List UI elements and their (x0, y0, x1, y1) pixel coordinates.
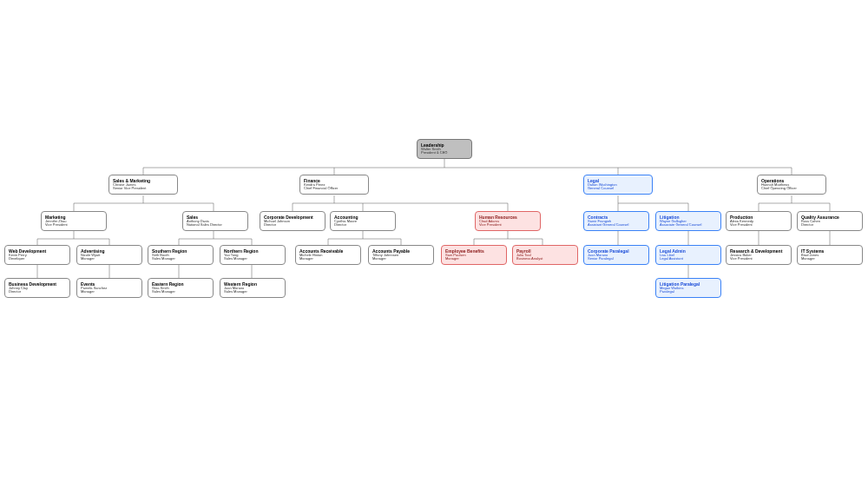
node-role: Sales Manager (152, 290, 209, 294)
node-role: Vice President (730, 257, 787, 261)
node-operations[interactable]: Operations Hannah Matthews Chief Operati… (757, 175, 826, 195)
node-role: Manager (81, 257, 138, 261)
node-role: Developer (9, 257, 66, 261)
node-employee-benefits[interactable]: Employee Benefits Sam Paulsen Manager (441, 245, 507, 265)
node-role: Sales Manager (224, 257, 281, 261)
node-finance[interactable]: Finance Kendra Perez Chief Financial Off… (299, 175, 369, 195)
node-role: Legal Assistant (660, 257, 717, 261)
node-production[interactable]: Production Alexa Kennedy Vice President (726, 211, 792, 231)
node-role: Associate General Counsel (660, 223, 717, 228)
node-role: Senior Paralegal (588, 257, 645, 261)
node-legal-admin[interactable]: Legal Admin Lisa Libel Legal Assistant (655, 245, 721, 265)
node-role: Senior Vice President (113, 187, 174, 191)
node-role: Director (801, 223, 858, 228)
node-research-development[interactable]: Research & Development Jessica Baker Vic… (726, 245, 792, 265)
node-role: General Counsel (588, 187, 648, 191)
node-quality-assurance[interactable]: Quality Assurance Russ Cohen Director (797, 211, 863, 231)
node-role: President & CEO (421, 151, 468, 155)
node-accounting[interactable]: Accounting Cynthia Moore Director (330, 211, 396, 231)
node-it-systems[interactable]: IT Systems Brad Jones Manager (797, 245, 863, 265)
node-business-development[interactable]: Business Development Johnny Clay Directo… (4, 278, 70, 298)
node-role: Vice President (730, 223, 787, 228)
node-role: Chief Financial Officer (304, 187, 365, 191)
node-events[interactable]: Events Pamela Sanchez Manager (76, 278, 142, 298)
node-accounts-payable[interactable]: Accounts Payable Tiffany Johnnsen Manage… (368, 245, 434, 265)
node-human-resources[interactable]: Human Resources Chad Adams Vice Presiden… (475, 211, 541, 231)
node-role: Business Analyst (516, 257, 574, 261)
node-role: Manager (372, 257, 430, 261)
node-litigation-paralegal[interactable]: Litigation Paralegal Megan Watkins Paral… (655, 278, 721, 298)
node-marketing[interactable]: Marketing Jennifer Zhau Vice President (41, 211, 107, 231)
node-role: Chief Operating Officer (761, 187, 822, 191)
node-western-region[interactable]: Western Region Juan Morano Sales Manager (220, 278, 286, 298)
node-corporate-development[interactable]: Corporate Development Michael Johnson Di… (260, 211, 326, 231)
node-web-development[interactable]: Web Development Kevin Perry Developer (4, 245, 70, 265)
node-role: National Sales Director (187, 223, 244, 228)
node-role: Director (334, 223, 391, 228)
node-legal[interactable]: Legal Dalton Washington General Counsel (583, 175, 653, 195)
node-role: Manager (81, 290, 138, 294)
node-role: Sales Manager (224, 290, 281, 294)
node-eastern-region[interactable]: Eastern Region Gina Smith Sales Manager (148, 278, 214, 298)
node-sales-marketing[interactable]: Sales & Marketing Christie James Senior … (108, 175, 178, 195)
node-sales[interactable]: Sales Anthony Davis National Sales Direc… (182, 211, 248, 231)
node-role: Manager (445, 257, 503, 261)
node-northern-region[interactable]: Northern Region Yao Tong Sales Manager (220, 245, 286, 265)
node-role: Manager (299, 257, 357, 261)
node-contracts[interactable]: Contracts Samir Frangieh Assistant Gener… (583, 211, 649, 231)
node-advertising[interactable]: Advertising Nicole Wyatt Manager (76, 245, 142, 265)
node-leadership[interactable]: Leadership Walter Smith President & CEO (417, 139, 472, 159)
node-role: Vice President (479, 223, 536, 228)
node-role: Assistant General Counsel (588, 223, 645, 228)
node-corporate-paralegal[interactable]: Corporate Paralegal Juan Morano Senior P… (583, 245, 649, 265)
node-role: Sales Manager (152, 257, 209, 261)
node-role: Manager (801, 257, 858, 261)
node-southern-region[interactable]: Southern Region Seth Booth Sales Manager (148, 245, 214, 265)
node-role: Paralegal (660, 290, 717, 294)
node-role: Director (9, 290, 66, 294)
node-accounts-receivable[interactable]: Accounts Receivable Michele Hinton Manag… (295, 245, 361, 265)
node-role: Vice President (45, 223, 102, 228)
node-litigation[interactable]: Litigation Wayne Gallagher Associate Gen… (655, 211, 721, 231)
node-payroll[interactable]: Payroll Julia Toal Business Analyst (512, 245, 578, 265)
node-role: Director (264, 223, 321, 228)
